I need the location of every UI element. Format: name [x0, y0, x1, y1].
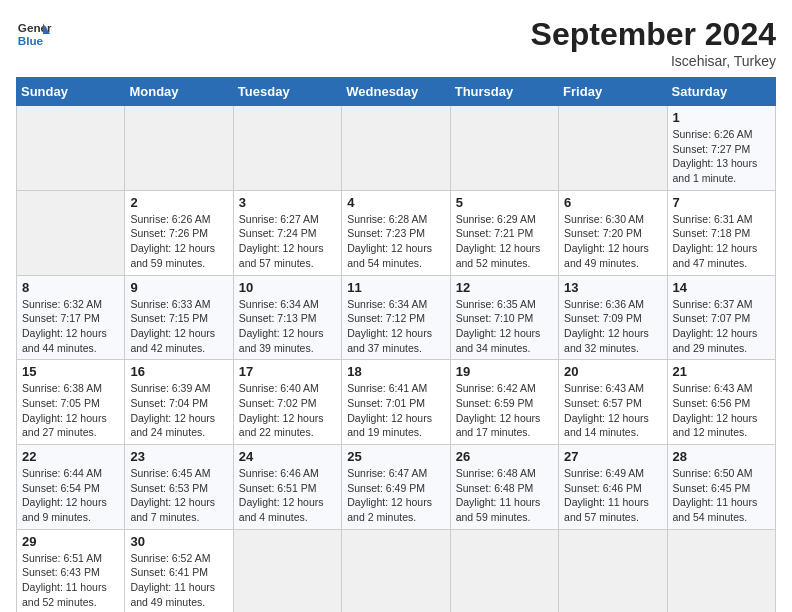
day-info: Sunrise: 6:44 AMSunset: 6:54 PMDaylight:… [22, 466, 119, 525]
calendar-cell: 2Sunrise: 6:26 AMSunset: 7:26 PMDaylight… [125, 190, 233, 275]
calendar-cell [125, 106, 233, 191]
day-number: 10 [239, 280, 336, 295]
day-header-monday: Monday [125, 78, 233, 106]
calendar-cell [17, 190, 125, 275]
calendar-cell: 28Sunrise: 6:50 AMSunset: 6:45 PMDayligh… [667, 445, 775, 530]
calendar-cell: 22Sunrise: 6:44 AMSunset: 6:54 PMDayligh… [17, 445, 125, 530]
calendar-header-row: SundayMondayTuesdayWednesdayThursdayFrid… [17, 78, 776, 106]
day-number: 7 [673, 195, 770, 210]
day-info: Sunrise: 6:35 AMSunset: 7:10 PMDaylight:… [456, 297, 553, 356]
calendar-cell: 10Sunrise: 6:34 AMSunset: 7:13 PMDayligh… [233, 275, 341, 360]
calendar-cell: 16Sunrise: 6:39 AMSunset: 7:04 PMDayligh… [125, 360, 233, 445]
calendar-cell: 9Sunrise: 6:33 AMSunset: 7:15 PMDaylight… [125, 275, 233, 360]
svg-text:Blue: Blue [18, 34, 44, 47]
calendar-cell [559, 529, 667, 612]
day-number: 12 [456, 280, 553, 295]
day-number: 1 [673, 110, 770, 125]
calendar-cell: 4Sunrise: 6:28 AMSunset: 7:23 PMDaylight… [342, 190, 450, 275]
title-block: September 2024 Iscehisar, Turkey [531, 16, 776, 69]
calendar-week-row: 15Sunrise: 6:38 AMSunset: 7:05 PMDayligh… [17, 360, 776, 445]
day-number: 5 [456, 195, 553, 210]
day-number: 15 [22, 364, 119, 379]
day-number: 2 [130, 195, 227, 210]
logo-icon: General Blue [16, 16, 52, 52]
calendar-cell: 8Sunrise: 6:32 AMSunset: 7:17 PMDaylight… [17, 275, 125, 360]
day-info: Sunrise: 6:26 AMSunset: 7:27 PMDaylight:… [673, 127, 770, 186]
calendar-week-row: 22Sunrise: 6:44 AMSunset: 6:54 PMDayligh… [17, 445, 776, 530]
day-info: Sunrise: 6:26 AMSunset: 7:26 PMDaylight:… [130, 212, 227, 271]
calendar-cell: 6Sunrise: 6:30 AMSunset: 7:20 PMDaylight… [559, 190, 667, 275]
day-info: Sunrise: 6:47 AMSunset: 6:49 PMDaylight:… [347, 466, 444, 525]
day-number: 20 [564, 364, 661, 379]
calendar-cell: 5Sunrise: 6:29 AMSunset: 7:21 PMDaylight… [450, 190, 558, 275]
day-number: 16 [130, 364, 227, 379]
calendar-cell: 30Sunrise: 6:52 AMSunset: 6:41 PMDayligh… [125, 529, 233, 612]
calendar-cell [450, 529, 558, 612]
calendar-cell: 15Sunrise: 6:38 AMSunset: 7:05 PMDayligh… [17, 360, 125, 445]
day-number: 19 [456, 364, 553, 379]
calendar-week-row: 29Sunrise: 6:51 AMSunset: 6:43 PMDayligh… [17, 529, 776, 612]
day-info: Sunrise: 6:32 AMSunset: 7:17 PMDaylight:… [22, 297, 119, 356]
day-info: Sunrise: 6:30 AMSunset: 7:20 PMDaylight:… [564, 212, 661, 271]
calendar-cell [667, 529, 775, 612]
day-number: 30 [130, 534, 227, 549]
calendar-cell: 14Sunrise: 6:37 AMSunset: 7:07 PMDayligh… [667, 275, 775, 360]
calendar-cell: 25Sunrise: 6:47 AMSunset: 6:49 PMDayligh… [342, 445, 450, 530]
logo: General Blue [16, 16, 52, 52]
calendar-week-row: 8Sunrise: 6:32 AMSunset: 7:17 PMDaylight… [17, 275, 776, 360]
day-info: Sunrise: 6:45 AMSunset: 6:53 PMDaylight:… [130, 466, 227, 525]
day-number: 26 [456, 449, 553, 464]
day-info: Sunrise: 6:39 AMSunset: 7:04 PMDaylight:… [130, 381, 227, 440]
day-info: Sunrise: 6:50 AMSunset: 6:45 PMDaylight:… [673, 466, 770, 525]
calendar-cell [342, 529, 450, 612]
calendar-cell: 1Sunrise: 6:26 AMSunset: 7:27 PMDaylight… [667, 106, 775, 191]
calendar-body: 1Sunrise: 6:26 AMSunset: 7:27 PMDaylight… [17, 106, 776, 613]
calendar-cell: 18Sunrise: 6:41 AMSunset: 7:01 PMDayligh… [342, 360, 450, 445]
calendar-cell: 3Sunrise: 6:27 AMSunset: 7:24 PMDaylight… [233, 190, 341, 275]
day-header-friday: Friday [559, 78, 667, 106]
day-header-sunday: Sunday [17, 78, 125, 106]
day-info: Sunrise: 6:36 AMSunset: 7:09 PMDaylight:… [564, 297, 661, 356]
calendar-cell: 12Sunrise: 6:35 AMSunset: 7:10 PMDayligh… [450, 275, 558, 360]
day-number: 17 [239, 364, 336, 379]
calendar-week-row: 1Sunrise: 6:26 AMSunset: 7:27 PMDaylight… [17, 106, 776, 191]
calendar-table: SundayMondayTuesdayWednesdayThursdayFrid… [16, 77, 776, 612]
day-info: Sunrise: 6:34 AMSunset: 7:13 PMDaylight:… [239, 297, 336, 356]
day-info: Sunrise: 6:42 AMSunset: 6:59 PMDaylight:… [456, 381, 553, 440]
day-number: 8 [22, 280, 119, 295]
calendar-cell [342, 106, 450, 191]
calendar-cell: 13Sunrise: 6:36 AMSunset: 7:09 PMDayligh… [559, 275, 667, 360]
month-title: September 2024 [531, 16, 776, 53]
day-info: Sunrise: 6:31 AMSunset: 7:18 PMDaylight:… [673, 212, 770, 271]
calendar-cell: 11Sunrise: 6:34 AMSunset: 7:12 PMDayligh… [342, 275, 450, 360]
calendar-cell [17, 106, 125, 191]
day-number: 24 [239, 449, 336, 464]
calendar-cell: 24Sunrise: 6:46 AMSunset: 6:51 PMDayligh… [233, 445, 341, 530]
day-number: 25 [347, 449, 444, 464]
day-info: Sunrise: 6:43 AMSunset: 6:56 PMDaylight:… [673, 381, 770, 440]
page-header: General Blue September 2024 Iscehisar, T… [16, 16, 776, 69]
day-header-thursday: Thursday [450, 78, 558, 106]
day-number: 4 [347, 195, 444, 210]
calendar-cell: 29Sunrise: 6:51 AMSunset: 6:43 PMDayligh… [17, 529, 125, 612]
calendar-cell: 20Sunrise: 6:43 AMSunset: 6:57 PMDayligh… [559, 360, 667, 445]
day-info: Sunrise: 6:46 AMSunset: 6:51 PMDaylight:… [239, 466, 336, 525]
calendar-cell: 17Sunrise: 6:40 AMSunset: 7:02 PMDayligh… [233, 360, 341, 445]
day-number: 29 [22, 534, 119, 549]
calendar-cell [450, 106, 558, 191]
day-info: Sunrise: 6:33 AMSunset: 7:15 PMDaylight:… [130, 297, 227, 356]
day-info: Sunrise: 6:38 AMSunset: 7:05 PMDaylight:… [22, 381, 119, 440]
day-info: Sunrise: 6:40 AMSunset: 7:02 PMDaylight:… [239, 381, 336, 440]
day-info: Sunrise: 6:43 AMSunset: 6:57 PMDaylight:… [564, 381, 661, 440]
day-number: 21 [673, 364, 770, 379]
day-header-saturday: Saturday [667, 78, 775, 106]
day-number: 22 [22, 449, 119, 464]
day-number: 28 [673, 449, 770, 464]
day-info: Sunrise: 6:27 AMSunset: 7:24 PMDaylight:… [239, 212, 336, 271]
calendar-cell [233, 106, 341, 191]
day-header-wednesday: Wednesday [342, 78, 450, 106]
day-number: 11 [347, 280, 444, 295]
calendar-cell: 27Sunrise: 6:49 AMSunset: 6:46 PMDayligh… [559, 445, 667, 530]
calendar-cell: 19Sunrise: 6:42 AMSunset: 6:59 PMDayligh… [450, 360, 558, 445]
calendar-week-row: 2Sunrise: 6:26 AMSunset: 7:26 PMDaylight… [17, 190, 776, 275]
